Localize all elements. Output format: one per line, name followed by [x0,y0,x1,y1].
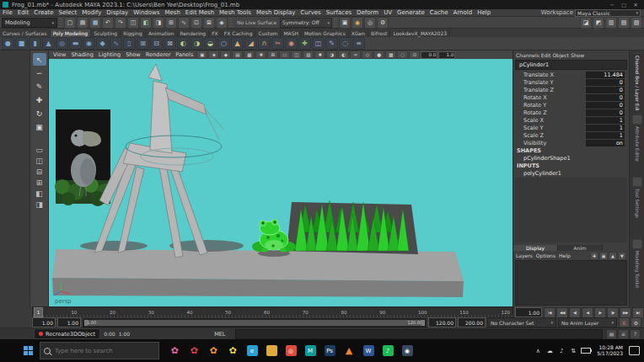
bookmarks-icon[interactable]: ▤ [232,51,243,59]
menu-item[interactable]: Create [31,9,56,16]
menu-item[interactable]: Edit [15,9,32,16]
shelf-tab[interactable]: Motion Graphics [302,29,349,37]
shelf-tab[interactable]: Custom [255,29,281,37]
playback-start-field[interactable]: 1.00 [57,317,81,327]
attribute-value-field[interactable]: 1 [586,125,625,131]
attribute-value-field[interactable]: 0 [586,109,625,116]
layer-menu-item[interactable]: Layers [516,253,533,258]
new-layer-from-selected-icon[interactable]: ▣ [599,252,608,260]
camera-attributes-icon[interactable]: ◆ [220,51,231,59]
menu-item[interactable]: Help [475,9,493,16]
menu-item[interactable]: Curves [298,9,323,16]
attribute-value-field[interactable]: 0 [586,87,625,93]
menu-item[interactable]: Display [104,9,131,16]
move-layer-up-icon[interactable]: ▲ [609,252,617,260]
toolbar-grip[interactable] [229,19,233,27]
input-node-item[interactable]: polyCylinder1 [513,169,629,177]
layer-editor-tab[interactable]: Anim [558,245,603,251]
extrude-icon[interactable]: ▲ [231,37,244,50]
help-line-icon[interactable]: ? [630,329,641,339]
shelf-tab[interactable]: XGen [349,29,368,37]
tool-settings-icon[interactable]: ▧ [618,17,630,29]
layout-four-pane-icon[interactable]: ⊞ [33,178,46,188]
select-object-icon[interactable]: ◧ [140,17,152,29]
shelf-tab[interactable]: Sculpting [91,29,121,37]
boolean-difference-icon[interactable]: ◑ [191,37,203,50]
viewport-menu-item[interactable]: Show [123,51,143,58]
shelf-tab[interactable]: Rigging [121,29,146,37]
taskbar-icon-tulip-yellow[interactable]: ✿ [224,339,241,362]
menu-set-dropdown[interactable]: Modeling ▾ [2,18,57,28]
viewport-menu-item[interactable]: Lighting [96,51,123,58]
current-frame-marker[interactable]: 1 [34,307,43,317]
character-set-dropdown[interactable]: No Character Set ▾ [487,317,556,327]
layer-editor-tab[interactable]: Display [513,245,558,251]
menu-item[interactable]: Modify [79,9,104,16]
poly-helix-icon[interactable]: ∿ [110,37,122,50]
minimize-button[interactable]: ─ [606,1,618,8]
resolution-gate-icon[interactable]: ◫ [291,51,302,59]
maximize-button[interactable]: ▢ [618,1,630,8]
go-to-end-button[interactable]: ▶| [632,307,644,318]
move-layer-down-icon[interactable]: ▼ [618,252,626,260]
boolean-union-icon[interactable]: ◐ [177,37,190,50]
layer-list[interactable] [515,260,627,306]
poly-cone-icon[interactable]: ▲ [42,37,55,50]
snap-to-point-icon[interactable]: ⊡ [191,17,202,29]
shelf-tab[interactable]: Curves / Surfaces [0,29,51,37]
taskbar-icon-vlc[interactable]: ▲ [341,339,357,362]
taskbar-search[interactable] [40,342,159,359]
action-center-icon[interactable] [629,346,640,355]
taskbar-icon-edge[interactable]: e [244,339,260,362]
time-slider[interactable]: 1 1102030405060708090100110120 [32,306,513,318]
side-tab-modeling-toolkit[interactable]: Modeling Toolkit [632,239,642,298]
attribute-value-field[interactable]: on [586,140,625,146]
poly-cylinder-icon[interactable]: ▮ [29,37,41,50]
layout-outliner-persp-icon[interactable]: ◧ [33,189,46,199]
layout-persp-graph-icon[interactable]: ◨ [33,200,46,210]
channel-box-menu-item[interactable]: Object [552,52,569,58]
menu-item[interactable]: Generate [394,9,427,16]
poly-torus-icon[interactable]: ◎ [56,37,68,50]
viewport-canvas[interactable]: persp [49,59,513,307]
taskbar-clock[interactable]: 10:28 AM 5/17/2023 [594,345,625,356]
horse-model[interactable] [94,64,224,258]
menu-item[interactable]: Surfaces [324,9,354,16]
shelf-tab[interactable]: Rendering [178,29,210,37]
scale-tool-icon[interactable]: ▣ [33,120,46,133]
menu-item[interactable]: UV [381,9,394,16]
film-gate-icon[interactable]: ▭ [279,51,290,59]
select-tool-icon[interactable]: ↖ [33,53,46,66]
object-name-field[interactable]: pCylinder1 [515,60,627,70]
lock-camera-icon[interactable]: ◈ [208,51,219,59]
poly-pipe-icon[interactable]: ▯ [123,37,136,50]
anti-alias-toggle-icon[interactable]: ≈ [350,51,361,59]
shelf-tab[interactable]: LookdevX_MAYA2023 [390,29,450,37]
go-to-start-button[interactable]: |◀ [544,307,555,318]
range-slider-handle[interactable]: 1.00 120.00 [84,320,425,326]
combine-icon[interactable]: ⊞ [137,37,149,50]
attribute-value-field[interactable]: 0 [586,79,625,86]
target-weld-icon[interactable]: ◉ [285,37,298,50]
rotate-tool-icon[interactable]: ↻ [33,107,46,120]
modeling-toolkit-icon[interactable]: ◪ [580,17,592,29]
workspace-dropdown[interactable]: Maya Classic ▾ [575,9,641,17]
extract-icon[interactable]: ⊠ [164,37,176,50]
layout-two-pane-stacked-icon[interactable]: ⊟ [33,167,46,177]
play-backwards-button[interactable]: ◀ [582,307,593,318]
search-input[interactable] [53,347,155,355]
animation-preferences-icon[interactable]: ⚙ [631,317,641,327]
undo-icon[interactable]: ↶ [102,17,114,29]
range-slider[interactable]: 1.00 120.00 [83,318,427,327]
shelf-tab[interactable]: Bifrost [368,29,390,37]
menu-item[interactable]: Cache [427,9,451,16]
wireframe-mode-icon[interactable]: ◇ [362,51,373,59]
taskbar-icon-tulip-orange[interactable]: ✿ [205,339,222,362]
boolean-intersection-icon[interactable]: ◒ [204,37,217,50]
tray-chevron-up-icon[interactable]: ∧ [534,348,542,354]
step-back-frame-button[interactable]: ◀| [569,307,581,318]
anim-layer-dropdown[interactable]: No Anim Layer ▾ [558,317,617,327]
render-current-frame-icon[interactable]: ◉ [352,17,363,29]
open-scene-icon[interactable]: ▤ [77,17,89,29]
textured-mode-icon[interactable]: ▩ [385,51,396,59]
